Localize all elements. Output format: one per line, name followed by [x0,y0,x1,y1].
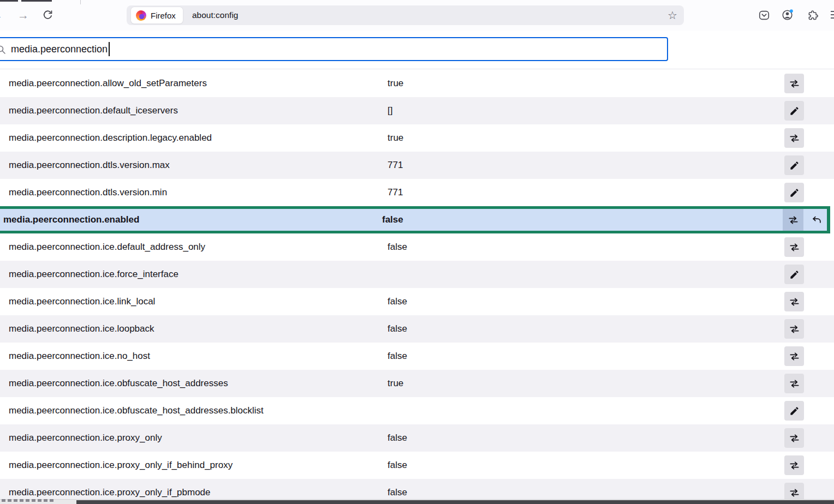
pref-value: 771 [388,152,403,179]
edit-button[interactable] [784,155,804,175]
pref-row: media.peerconnection.ice.force_interface [0,261,834,288]
pref-row: media.peerconnection.ice.obfuscate_host_… [0,397,834,424]
edit-pencil-icon [789,269,800,280]
search-icon [0,45,5,54]
toggle-icon [789,351,800,362]
toggle-icon [788,215,799,225]
identity-chip[interactable]: Firefox [131,7,183,23]
edit-button[interactable] [784,101,804,121]
browser-toolbar: ← → Firefox about:config ☆ [0,0,834,31]
account-icon[interactable] [782,9,794,21]
toggle-button[interactable] [784,319,804,339]
back-button[interactable]: ← [0,9,3,21]
edit-pencil-icon [789,188,800,198]
edit-pencil-icon [789,160,800,171]
pref-row: media.peerconnection.ice.no_hostfalse [0,343,834,370]
toggle-button[interactable] [783,209,803,231]
identity-chip-label: Firefox [151,11,176,20]
pref-value: false [388,315,407,343]
pref-name: media.peerconnection.ice.obfuscate_host_… [9,397,264,424]
config-search-input[interactable]: media.peerconnection [0,37,668,61]
toggle-icon [789,133,800,143]
pref-row: media.peerconnection.ice.default_address… [0,233,834,261]
pref-value: [] [388,97,392,124]
address-bar[interactable]: Firefox about:config ☆ [127,5,684,25]
toggle-icon [789,379,800,389]
pref-row: media.peerconnection.default_iceservers[… [0,97,834,124]
toggle-icon [789,79,800,89]
toggle-button[interactable] [784,292,804,311]
tab-strip-fragment [0,0,18,2]
edit-button[interactable] [784,265,804,284]
pref-name: media.peerconnection.ice.obfuscate_host_… [9,370,228,397]
firefox-logo-icon [136,10,146,21]
toggle-button[interactable] [784,74,804,93]
toggle-button[interactable] [784,374,804,393]
pref-row: media.peerconnection.dtls.version.max771 [0,152,834,179]
pref-value: true [388,70,403,97]
toggle-icon [789,324,800,334]
reload-icon[interactable] [42,9,53,21]
forward-button[interactable]: → [17,9,29,21]
pref-value: false [388,288,407,315]
pref-value: false [388,424,407,452]
toggle-icon [789,242,800,253]
tab-strip-fragment [21,0,52,2]
pref-row: media.peerconnection.ice.proxy_onlyfalse [0,424,834,452]
pref-name: media.peerconnection.dtls.version.min [9,179,167,206]
pref-value: true [388,370,403,397]
horizontal-scrollbar-thumb[interactable] [76,500,834,504]
pref-value: 771 [388,179,403,206]
pref-name: media.peerconnection.dtls.version.max [9,152,170,179]
pref-name: media.peerconnection.ice.link_local [9,288,155,315]
pref-value: false [382,209,403,231]
toggle-button[interactable] [784,346,804,366]
pref-row: media.peerconnection.description.legacy.… [0,124,834,152]
edit-button[interactable] [784,401,804,421]
pref-name: media.peerconnection.ice.no_host [9,343,150,370]
toggle-icon [789,460,800,471]
pref-row: media.peerconnection.ice.loopbackfalse [0,315,834,343]
pref-name: media.peerconnection.description.legacy.… [9,124,212,152]
pref-value: false [388,233,407,261]
bookmark-star-icon[interactable]: ☆ [668,8,677,22]
pref-row: media.peerconnection.ice.proxy_only_if_b… [0,452,834,479]
pref-name: media.peerconnection.ice.loopback [9,315,154,343]
pref-row: media.peerconnection.dtls.version.min771 [0,179,834,206]
menu-icon[interactable] [831,11,834,20]
pref-value: false [388,452,407,479]
edit-button[interactable] [784,183,804,202]
firefox-about-config-window: ← → Firefox about:config ☆ [0,0,834,504]
reset-button[interactable] [807,209,827,231]
toggle-icon [789,488,800,498]
toggle-button[interactable] [784,237,804,257]
toggle-button[interactable] [784,455,804,475]
clipped-status-text [2,499,55,502]
pref-name: media.peerconnection.enabled [3,209,139,231]
pref-name: media.peerconnection.ice.force_interface [9,261,178,288]
pref-name: media.peerconnection.ice.default_address… [9,233,205,261]
pref-row: media.peerconnection.allow_old_setParame… [0,70,834,97]
pocket-icon[interactable] [758,9,770,21]
toggle-button[interactable] [784,128,804,148]
undo-icon [812,215,822,225]
notification-dot [790,9,793,13]
pref-value: true [388,124,403,152]
pref-name: media.peerconnection.ice.proxy_only [9,424,162,452]
pref-value: false [388,343,407,370]
pref-name: media.peerconnection.default_iceservers [9,97,178,124]
extensions-puzzle-icon[interactable] [807,9,819,21]
toggle-icon [789,297,800,307]
search-query-text: media.peerconnection [11,44,108,55]
pref-name: media.peerconnection.allow_old_setParame… [9,70,207,97]
config-search-section: media.peerconnection Show only modified … [0,31,834,69]
edit-pencil-icon [789,406,800,416]
toggle-button[interactable] [784,428,804,448]
toggle-icon [789,433,800,443]
edit-pencil-icon [789,106,800,116]
pref-row: media.peerconnection.ice.obfuscate_host_… [0,370,834,397]
tab-separator [80,0,81,4]
text-caret [109,42,110,56]
url-text[interactable]: about:config [192,5,238,25]
pref-row: media.peerconnection.enabledfalse [0,206,830,233]
